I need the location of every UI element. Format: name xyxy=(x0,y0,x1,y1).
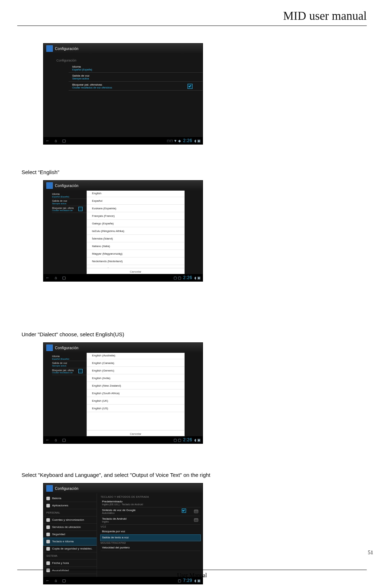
language-option[interactable]: English (South Africa) xyxy=(87,389,184,397)
screenshot-1-settings: Configuración Configuración Idioma Españ… xyxy=(43,43,203,145)
settings-app-icon xyxy=(46,45,53,52)
setting-tts-output[interactable]: Salida de texto a voz xyxy=(101,535,200,541)
category-icon xyxy=(46,547,50,551)
window-titlebar: Configuración xyxy=(43,181,203,191)
language-option[interactable]: Nederlands (Nederland) xyxy=(87,257,184,265)
setting-title: Predeterminado xyxy=(102,500,200,503)
category-icon xyxy=(46,504,50,507)
settings-category[interactable]: Copia de seguridad y restablec. xyxy=(43,545,97,552)
language-option[interactable]: English (UK) xyxy=(87,397,184,405)
language-option[interactable]: Italiano (Italia) xyxy=(87,242,184,250)
wifi-battery-icon: ◖ ▣ xyxy=(194,438,200,442)
setting-predeterminado[interactable]: Predeterminado Inglés (EE.UU.) - Teclado… xyxy=(101,499,200,507)
setting-title: Búsqueda por voz xyxy=(102,530,200,533)
section-header: PERSONAL xyxy=(43,509,97,516)
dialect-popup: Dialecto English (Australia)English (Can… xyxy=(87,343,185,436)
checkbox-checked-icon[interactable] xyxy=(182,509,186,513)
setting-row-idioma[interactable]: Idioma Español (España) xyxy=(69,64,203,73)
setting-title: Velocidad del puntero xyxy=(102,546,200,549)
language-option[interactable]: English (New Zealand) xyxy=(87,382,184,389)
category-label: Teclado e idioma xyxy=(52,540,74,543)
settings-category[interactable]: Cuentas y sincronización xyxy=(43,516,97,524)
android-navbar: ← ⌂ ▢ ▢ 7:29 ◖ ▣ xyxy=(43,577,203,584)
setting-pointer-speed[interactable]: Velocidad del puntero xyxy=(101,545,200,551)
settings-app-icon xyxy=(46,345,53,351)
home-icon[interactable]: ⌂ xyxy=(55,578,57,583)
back-icon[interactable]: ← xyxy=(46,578,50,583)
settings-category[interactable]: Fecha y hora xyxy=(43,560,97,567)
clock: 2:26 xyxy=(183,138,192,143)
window-titlebar: Configuración xyxy=(43,343,203,353)
category-icon xyxy=(46,561,50,565)
clock: 2:26 xyxy=(183,275,192,280)
category-label: Fecha y hora xyxy=(52,561,69,565)
setting-title: Bloquear pal. ofensivas xyxy=(72,83,199,86)
category-icon xyxy=(46,518,50,522)
caption-dialect: Under "Dialect" choose, select English(U… xyxy=(22,331,367,337)
language-option[interactable]: Íslenska (Ísland) xyxy=(87,235,184,242)
setting-title: Idioma xyxy=(72,65,199,68)
home-icon[interactable]: ⌂ xyxy=(55,438,57,442)
back-icon[interactable]: ← xyxy=(46,438,50,442)
setting-subtitle: Inglés xyxy=(102,520,200,523)
settings-category[interactable]: Servicios de ubicación xyxy=(43,524,97,531)
section-header-voice: VOZ xyxy=(101,525,200,528)
idioma-popup: Idioma EnglishEspañolEuskara (Espainia)F… xyxy=(87,181,185,274)
status-tray: □ □ ▼ ◆ xyxy=(167,139,181,143)
home-icon[interactable]: ⌂ xyxy=(55,275,57,280)
setting-google-voice[interactable]: Síntesis de voz de Google Automático xyxy=(101,507,200,516)
recent-icon[interactable]: ▢ xyxy=(62,275,66,280)
category-icon xyxy=(46,533,50,536)
category-label: Copia de seguridad y restablec. xyxy=(52,547,93,550)
back-icon[interactable]: ← xyxy=(46,138,50,143)
settings-app-icon xyxy=(46,485,53,492)
language-option[interactable]: Euskara (Espainia) xyxy=(87,205,184,212)
language-option[interactable]: Français (France) xyxy=(87,212,184,220)
language-option[interactable]: Norsk bokmål (Norge) xyxy=(87,265,184,268)
language-option[interactable]: English xyxy=(87,190,184,197)
wifi-battery-icon: ◖ ▣ xyxy=(194,579,200,583)
window-title: Configuración xyxy=(55,487,79,491)
language-option[interactable]: English (Canada) xyxy=(87,359,184,367)
caption-select-english: Select “English” xyxy=(22,169,367,175)
status-tray: ▢ ▢ xyxy=(174,438,181,442)
recent-icon[interactable]: ▢ xyxy=(62,578,66,583)
android-navbar: ← ⌂ ▢ ▢ ▢ 2:26 ◖ ▣ xyxy=(43,436,203,443)
clock: 2:26 xyxy=(183,437,192,442)
page-number: 51 xyxy=(368,550,373,556)
setting-row-bloquear[interactable]: Bloquear pal. ofensivas Ocultar resultad… xyxy=(69,82,203,91)
recent-icon[interactable]: ▢ xyxy=(62,138,66,143)
back-icon[interactable]: ← xyxy=(46,275,50,280)
setting-subtitle: Siempre activa xyxy=(72,77,199,80)
checkbox-checked-icon xyxy=(78,369,83,373)
language-option[interactable]: English (US) xyxy=(87,405,184,412)
language-option[interactable]: Magyar (Magyarország) xyxy=(87,250,184,257)
settings-category[interactable]: Teclado e idioma xyxy=(43,538,97,545)
setting-voice-search[interactable]: Búsqueda por voz xyxy=(101,529,200,535)
settings-category[interactable]: Seguridad xyxy=(43,531,97,538)
window-title: Configuración xyxy=(55,47,79,51)
setting-title: Salida de texto a voz xyxy=(102,536,200,539)
language-option[interactable]: isiZulu (iNingizimu Afrika) xyxy=(87,227,184,235)
language-option[interactable]: English (Australia) xyxy=(87,352,184,359)
language-option[interactable]: English (Generic) xyxy=(87,367,184,374)
settings-icon[interactable] xyxy=(194,510,198,513)
settings-icon[interactable] xyxy=(194,518,198,522)
settings-category[interactable]: Aplicaciones xyxy=(43,502,97,509)
language-option[interactable]: Galego (España) xyxy=(87,220,184,227)
recent-icon[interactable]: ▢ xyxy=(62,438,66,442)
doc-header-title: MID user manual xyxy=(17,9,367,23)
setting-row-salida-voz[interactable]: Salida de voz Siempre activa xyxy=(69,73,203,82)
setting-android-keyboard[interactable]: Teclado de Android Inglés xyxy=(101,516,200,525)
language-option[interactable]: Español xyxy=(87,197,184,205)
home-icon[interactable]: ⌂ xyxy=(55,138,57,143)
language-option[interactable]: English (India) xyxy=(87,374,184,382)
window-titlebar: Configuración xyxy=(43,483,203,493)
category-icon xyxy=(46,525,50,529)
category-label: Cuentas y sincronización xyxy=(52,518,84,521)
checkbox-checked-icon[interactable] xyxy=(188,84,193,89)
screenshot-3-dialect-popup: Configuración Idioma Español (España) Sa… xyxy=(43,342,203,444)
category-label: PERSONAL xyxy=(46,511,60,514)
android-navbar: ← ⌂ ▢ □ □ ▼ ◆ 2:26 ◖ ▣ xyxy=(43,137,203,144)
settings-category[interactable]: Batería xyxy=(43,495,97,502)
